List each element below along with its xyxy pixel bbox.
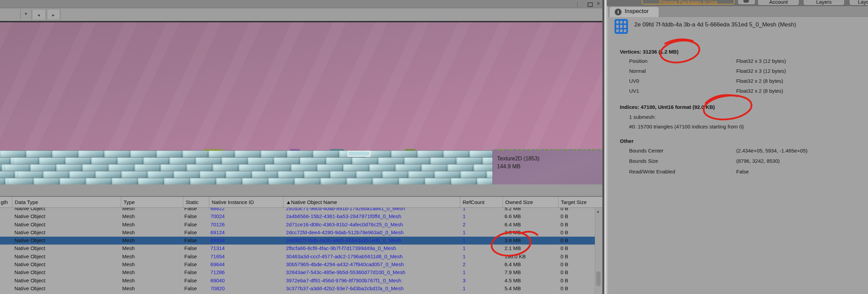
scrollbar-up-icon[interactable]: ▲ bbox=[596, 209, 600, 213]
texture2d-block-label: Texture2D (1853)144.9 MB bbox=[497, 155, 540, 170]
cell-ref-count: 1 bbox=[463, 253, 497, 259]
column-header[interactable]: ▲Native Object Name bbox=[283, 197, 460, 207]
chevron-down-icon: ▾ bbox=[730, 0, 731, 3]
instance-id-link[interactable]: 69040 bbox=[210, 278, 281, 283]
back-icon: ◄ bbox=[37, 13, 40, 17]
table-row[interactable]: Native Object Mesh False 71286 32843ae7-… bbox=[0, 269, 595, 276]
kv-label: UV1 bbox=[629, 88, 639, 94]
maximize-icon[interactable] bbox=[588, 2, 593, 7]
object-name-link[interactable]: 2a4b6566-15b2-4361-ba53-2847871f0ff4_0_M… bbox=[286, 213, 458, 219]
treemap-small-tile[interactable] bbox=[405, 149, 415, 151]
account-button[interactable]: Account ▾ bbox=[758, 0, 799, 5]
preview-packages-label: Preview Packages in Use bbox=[659, 0, 717, 5]
column-header[interactable]: Native Instance ID bbox=[209, 197, 283, 207]
cell-type: Mesh bbox=[122, 213, 181, 219]
table-row[interactable]: Native Object Mesh False 70126 2d71ce16-… bbox=[0, 221, 595, 229]
column-header[interactable]: gth bbox=[0, 197, 12, 207]
cloud-account-icon-button[interactable] bbox=[738, 0, 755, 4]
table-row[interactable]: Native Object Mesh False 71654 30463a3d-… bbox=[0, 253, 595, 261]
dropdown-arrow-button[interactable]: ▼ bbox=[24, 12, 28, 16]
cell-type: Mesh bbox=[122, 285, 181, 291]
cell-target-size: 0 B bbox=[560, 269, 593, 275]
treemap-texture2d-block[interactable]: Texture2D (1853)144.9 MB bbox=[493, 150, 602, 184]
instance-id-link[interactable]: 69644 bbox=[210, 261, 281, 267]
close-icon[interactable]: × bbox=[597, 0, 600, 7]
cell-owned-size: 6.6 MB bbox=[505, 213, 556, 219]
table-row[interactable]: Native Object Mesh False 70820 3c377b37-… bbox=[0, 285, 595, 293]
chevron-down-icon: ▾ bbox=[794, 0, 796, 3]
cell-target-size: 0 B bbox=[560, 285, 593, 291]
instance-id-link[interactable]: 69124 bbox=[210, 229, 281, 235]
cell-ref-count: 2 bbox=[463, 261, 497, 267]
object-name-link[interactable]: 3c377b37-a3dd-42b2-93e7-6d3ba2cbd1fa_0_M… bbox=[286, 285, 458, 291]
instance-id-link[interactable]: 71286 bbox=[210, 269, 281, 275]
column-header[interactable]: Static bbox=[183, 197, 209, 207]
object-name-link[interactable]: 32843ae7-543c-485e-9b5d-55360d77d100_0_M… bbox=[286, 269, 458, 275]
cell-type: Mesh bbox=[122, 269, 181, 275]
scrollbar-thumb[interactable] bbox=[596, 271, 601, 286]
cell-ref-count: 1 bbox=[463, 237, 497, 243]
object-name-link[interactable]: 2e09fd7f-fddb-4a3b-a4d5-666eda351ed5_0_M… bbox=[286, 237, 458, 243]
object-name-link[interactable]: 30463a3d-cccf-4577-adc2-1796ab5611d8_0_M… bbox=[286, 253, 458, 259]
table-row[interactable]: Native Object Mesh False 70024 2a4b6566-… bbox=[0, 213, 595, 220]
instance-id-link[interactable]: 71654 bbox=[210, 253, 281, 259]
forward-button[interactable]: ► bbox=[47, 9, 60, 20]
instance-id-link[interactable]: 70820 bbox=[210, 285, 281, 291]
instance-id-link[interactable]: 69934 bbox=[210, 237, 281, 243]
back-button[interactable]: ◄ bbox=[32, 9, 46, 20]
cell-type: Mesh bbox=[122, 237, 181, 243]
treemap-small-tile[interactable] bbox=[290, 149, 300, 151]
instance-id-link[interactable]: 70126 bbox=[210, 222, 281, 227]
layers-button-label: Layers bbox=[816, 0, 832, 5]
kebab-menu-icon[interactable]: ⋮ bbox=[575, 1, 580, 8]
cell-target-size: 0 B bbox=[560, 237, 593, 243]
treemap-small-tile[interactable] bbox=[204, 149, 223, 151]
cell-data-type: Native Object bbox=[14, 278, 117, 283]
cell-owned-size: 7.9 MB bbox=[505, 269, 556, 275]
cell-data-type: Native Object bbox=[14, 285, 117, 291]
table-row[interactable]: Native Object Mesh False 71314 2fbcfa86-… bbox=[0, 245, 595, 252]
instance-id-link[interactable]: 71314 bbox=[210, 245, 281, 251]
tab-inspector[interactable]: i Inspector bbox=[610, 7, 659, 17]
inspector-tab-label: Inspector bbox=[625, 8, 649, 15]
cell-static: False bbox=[184, 222, 208, 227]
treemap-small-tile[interactable] bbox=[330, 149, 344, 151]
cell-static: False bbox=[184, 278, 208, 283]
instance-id-link[interactable]: 70024 bbox=[210, 213, 281, 219]
panel-splitter[interactable] bbox=[604, 0, 608, 294]
column-header[interactable]: Target Size bbox=[558, 197, 595, 207]
kv-label: Read/Write Enabled bbox=[629, 169, 675, 174]
inspector-kv-row: UV0Float32 x 2 (8 bytes) bbox=[608, 78, 868, 84]
object-name-link[interactable]: 3972eba7-df91-456d-9796-8f7900b767f1_0_M… bbox=[286, 278, 458, 283]
vertices-header: Vertices: 31236 (1.2 MB) bbox=[620, 49, 679, 55]
object-name-link[interactable]: 2d71ce16-d08c-4363-81b2-4afec0d76c25_0_M… bbox=[286, 222, 458, 227]
cell-static: False bbox=[184, 253, 208, 259]
column-header[interactable]: Data Type bbox=[12, 197, 121, 207]
column-header[interactable]: Owned Size bbox=[502, 197, 558, 207]
table-row[interactable]: Native Object Mesh False 69644 30b57965-… bbox=[0, 261, 595, 269]
toolbar-divider bbox=[31, 9, 32, 20]
treemap-window-titlebar: ⋮ × bbox=[0, 0, 602, 8]
column-header[interactable]: RefCount bbox=[460, 197, 502, 207]
layout-button[interactable]: Layout bbox=[850, 0, 868, 5]
preview-packages-button[interactable]: Preview Packages in Use ▾ bbox=[642, 0, 734, 4]
object-name-link[interactable]: 2fbcfa86-8cf8-4fac-9b7f-f7d17399d49a_0_M… bbox=[286, 245, 458, 251]
table-row[interactable]: Native Object Mesh False 69040 3972eba7-… bbox=[0, 277, 595, 285]
table-row[interactable]: Native Object Mesh False 69934 2e09fd7f-… bbox=[0, 237, 595, 245]
table-row[interactable]: Native Object Mesh False 69124 2dcc72fd-… bbox=[0, 229, 595, 237]
object-table-header: gthData TypeTypeStaticNative Instance ID… bbox=[0, 196, 602, 208]
object-name-link[interactable]: 30b57965-4bde-4294-a432-47f940cad057_0_M… bbox=[286, 261, 458, 267]
memory-treemap-canvas[interactable]: Texture2D (1853)144.9 MB bbox=[0, 22, 602, 184]
cell-type: Mesh bbox=[122, 261, 181, 267]
cell-static: False bbox=[184, 229, 208, 235]
layers-button[interactable]: Layers ▾ bbox=[804, 0, 844, 5]
cell-ref-count: 2 bbox=[463, 222, 497, 227]
object-name-link[interactable]: 2dcc72fd-dee4-4280-9dab-512b78e963a0_0_M… bbox=[286, 229, 458, 235]
cell-ref-count: 1 bbox=[463, 285, 497, 291]
table-vertical-scrollbar[interactable]: ▲ bbox=[595, 208, 602, 294]
cell-data-type: Native Object bbox=[14, 261, 117, 267]
inspector-kv-row: Bounds Center(2.434e+05, 5934, -1.465e+0… bbox=[608, 148, 868, 154]
kv-value: (8796, 3242, 8530) bbox=[736, 158, 780, 164]
column-header[interactable]: Type bbox=[121, 197, 183, 207]
cell-ref-count: 1 bbox=[463, 213, 497, 219]
